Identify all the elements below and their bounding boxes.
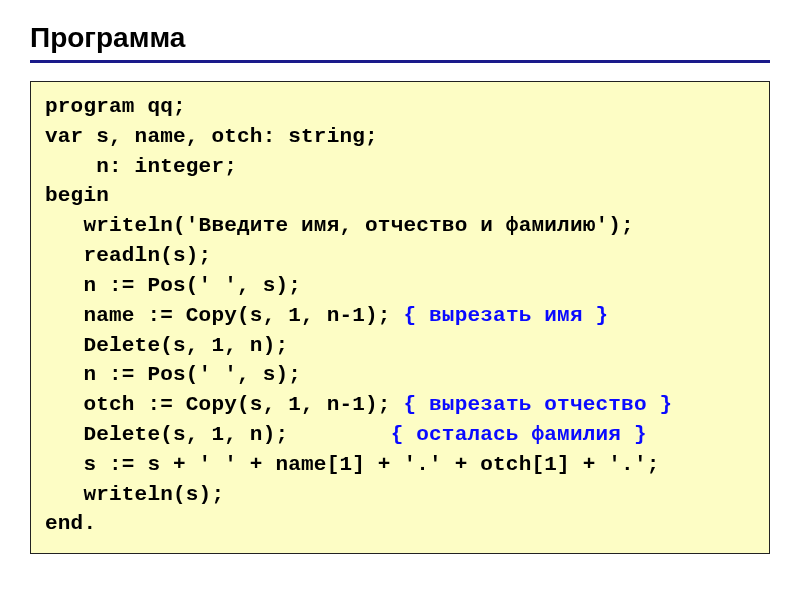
code-line: readln(s); [45, 244, 211, 267]
slide-title: Программа [30, 22, 770, 63]
code-line: writeln(s); [45, 483, 224, 506]
code-line: name := Copy(s, 1, n-1); [45, 304, 403, 327]
code-line: Delete(s, 1, n); [45, 423, 391, 446]
code-line: n := Pos(' ', s); [45, 274, 301, 297]
code-line: s := s + ' ' + name[1] + '.' + otch[1] +… [45, 453, 660, 476]
code-line: Delete(s, 1, n); [45, 334, 288, 357]
code-block: program qq; var s, name, otch: string; n… [30, 81, 770, 554]
code-line: n: integer; [45, 155, 237, 178]
code-comment: { осталась фамилия } [391, 423, 647, 446]
code-line: writeln('Введите имя, отчество и фамилию… [45, 214, 634, 237]
code-line: otch := Copy(s, 1, n-1); [45, 393, 403, 416]
code-comment: { вырезать имя } [403, 304, 608, 327]
code-comment: { вырезать отчество } [403, 393, 672, 416]
code-line: end. [45, 512, 96, 535]
code-line: program qq; [45, 95, 186, 118]
code-line: begin [45, 184, 109, 207]
code-line: var s, name, otch: string; [45, 125, 378, 148]
slide: Программа program qq; var s, name, otch:… [0, 0, 800, 584]
code-line: n := Pos(' ', s); [45, 363, 301, 386]
